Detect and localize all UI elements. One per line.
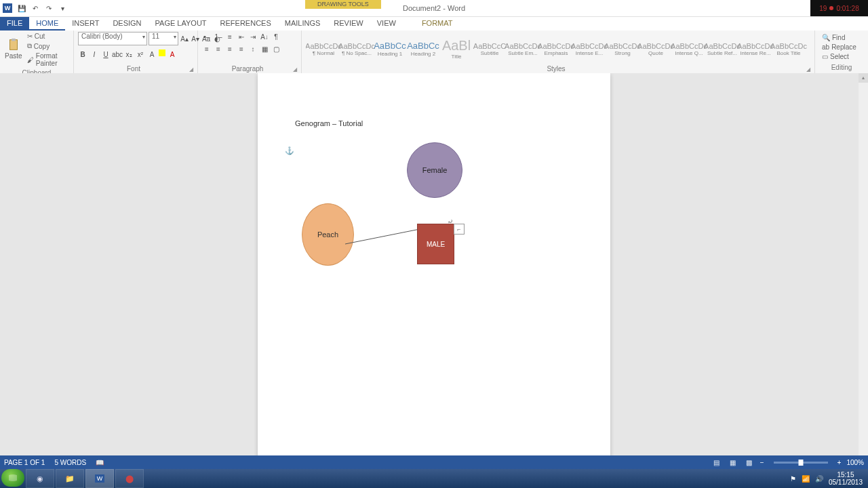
multilevel-list-button[interactable]: ≡ (225, 32, 235, 41)
paragraph-launcher-icon[interactable]: ◢ (293, 66, 297, 73)
rotate-handle-icon[interactable]: ⤾ (448, 218, 453, 225)
copy-button[interactable]: ⧉Copy (26, 41, 69, 51)
decrease-indent-button[interactable]: ⇤ (237, 32, 246, 41)
tab-design[interactable]: DESIGN (106, 17, 148, 30)
page-indicator[interactable]: PAGE 1 OF 1 (4, 459, 45, 466)
taskbar-word[interactable]: W (85, 469, 114, 488)
tray-network-icon[interactable]: 📶 (802, 475, 810, 483)
zoom-out-button[interactable]: − (760, 459, 764, 466)
style-item-7[interactable]: AaBbCcDcEmphasis (540, 33, 572, 64)
bullets-button[interactable]: •– (202, 32, 212, 41)
sort-button[interactable]: A↓ (260, 32, 269, 41)
zoom-level[interactable]: 100% (846, 459, 864, 466)
redo-button[interactable]: ↷ (43, 3, 54, 14)
format-painter-button[interactable]: 🖌Format Painter (26, 52, 69, 68)
undo-button[interactable]: ↶ (30, 3, 41, 14)
cut-button[interactable]: ✂Cut (26, 32, 69, 41)
zoom-in-button[interactable]: + (837, 459, 842, 466)
tab-format[interactable]: FORMAT (415, 17, 460, 30)
read-mode-button[interactable]: ▤ (711, 458, 722, 467)
increase-indent-button[interactable]: ⇥ (248, 32, 258, 41)
brush-icon: 🖌 (27, 56, 34, 64)
subscript-button[interactable]: x₂ (124, 49, 134, 59)
numbering-button[interactable]: 1– (214, 32, 223, 41)
tray-date[interactable]: 05/11/2013 (829, 479, 863, 486)
taskbar-chrome[interactable]: ◉ (26, 469, 54, 488)
highlight-button[interactable] (159, 49, 165, 56)
taskbar-explorer[interactable]: 📁 (56, 469, 84, 488)
tab-page-layout[interactable]: PAGE LAYOUT (149, 17, 214, 30)
document-area[interactable]: Genogram – Tutorial ⚓ Female Peach MALE … (0, 73, 868, 469)
text-effects-button[interactable]: A (147, 49, 157, 59)
style-item-4[interactable]: AaBlTitle (440, 33, 473, 64)
align-right-button[interactable]: ≡ (225, 44, 235, 54)
shape-peach-oval[interactable]: Peach (302, 203, 354, 266)
taskbar-recorder[interactable]: ⬤ (115, 469, 144, 488)
font-size-combo[interactable]: 11 (149, 32, 178, 45)
web-layout-button[interactable]: ▩ (744, 458, 755, 467)
style-item-2[interactable]: AaBbCcHeading 1 (374, 33, 406, 64)
tab-references[interactable]: REFERENCES (214, 17, 278, 30)
style-item-5[interactable]: AaBbCcCSubtitle (473, 33, 506, 64)
font-color-button[interactable]: A (167, 49, 177, 59)
styles-launcher-icon[interactable]: ◢ (806, 66, 810, 73)
style-item-3[interactable]: AaBbCcHeading 2 (407, 33, 439, 64)
justify-button[interactable]: ≡ (237, 44, 246, 54)
proofing-icon[interactable]: 📖 (96, 459, 104, 466)
style-item-6[interactable]: AaBbCcDcSubtle Em... (507, 33, 539, 64)
word-count[interactable]: 5 WORDS (54, 459, 86, 466)
select-button[interactable]: ▭Select (821, 52, 863, 61)
show-marks-button[interactable]: ¶ (271, 32, 281, 41)
tab-review[interactable]: REVIEW (327, 17, 370, 30)
group-styles: AaBbCcDc¶ NormalAaBbCcDc¶ No Spac...AaBb… (302, 30, 815, 74)
superscript-button[interactable]: x² (136, 49, 145, 59)
tab-file[interactable]: FILE (0, 17, 29, 30)
align-center-button[interactable]: ≡ (214, 44, 223, 54)
folder-icon: 📁 (65, 474, 75, 483)
style-item-12[interactable]: AaBbCcDcSubtle Ref... (706, 33, 738, 64)
tray-time[interactable]: 15:15 (829, 471, 863, 479)
line-spacing-button[interactable]: ↕ (248, 44, 258, 54)
italic-button[interactable]: I (90, 49, 99, 59)
style-item-9[interactable]: AaBbCcDcStrong (606, 33, 639, 64)
zoom-slider[interactable] (774, 462, 828, 464)
font-family-combo[interactable]: Calibri (Body) (78, 32, 147, 45)
tray-volume-icon[interactable]: 🔊 (815, 475, 823, 483)
document-heading: Genogram – Tutorial (295, 119, 363, 127)
style-item-8[interactable]: AaBbCcDcIntense E... (573, 33, 606, 64)
find-button[interactable]: 🔍Find (821, 33, 863, 42)
qat-customize-icon[interactable]: ▾ (57, 3, 68, 14)
tray-flag-icon[interactable]: ⚑ (790, 475, 796, 483)
styles-gallery[interactable]: AaBbCcDc¶ NormalAaBbCcDc¶ No Spac...AaBb… (306, 32, 810, 64)
align-left-button[interactable]: ≡ (202, 44, 212, 54)
paste-button[interactable]: Paste (4, 32, 23, 64)
shape-male-square[interactable]: MALE (417, 224, 454, 264)
style-item-1[interactable]: AaBbCcDc¶ No Spac... (340, 33, 373, 64)
editing-group-label: Editing (819, 62, 864, 71)
layout-options-icon[interactable]: ⌐ (454, 224, 465, 235)
vertical-scrollbar[interactable]: ▴ (859, 73, 868, 455)
replace-button[interactable]: abReplace (821, 43, 863, 52)
style-item-0[interactable]: AaBbCcDc¶ Normal (307, 33, 340, 64)
print-layout-button[interactable]: ▦ (728, 458, 738, 467)
tab-view[interactable]: VIEW (370, 17, 403, 30)
group-editing: 🔍Find abReplace ▭Select Editing (815, 30, 868, 74)
start-button[interactable] (1, 469, 24, 487)
style-item-14[interactable]: AaBbCcDcBook Title (772, 33, 805, 64)
shading-button[interactable]: ▦ (260, 44, 269, 54)
underline-button[interactable]: U (101, 49, 111, 59)
strikethrough-button[interactable]: abc (113, 49, 122, 59)
style-item-11[interactable]: AaBbCcDcIntense Q... (673, 33, 705, 64)
tab-mailings[interactable]: MAILINGS (278, 17, 328, 30)
scroll-up-icon[interactable]: ▴ (859, 73, 868, 83)
tab-insert[interactable]: INSERT (65, 17, 106, 30)
tab-home[interactable]: HOME (29, 17, 65, 30)
bold-button[interactable]: B (78, 49, 87, 59)
shape-female-circle[interactable]: Female (407, 142, 462, 198)
save-button[interactable]: 💾 (16, 3, 27, 14)
grow-font-button[interactable]: A▴ (180, 34, 189, 43)
style-item-10[interactable]: AaBbCcDcQuote (639, 33, 672, 64)
borders-button[interactable]: ▢ (271, 44, 281, 54)
style-item-13[interactable]: AaBbCcDcIntense Re... (739, 33, 772, 64)
font-launcher-icon[interactable]: ◢ (189, 66, 193, 73)
